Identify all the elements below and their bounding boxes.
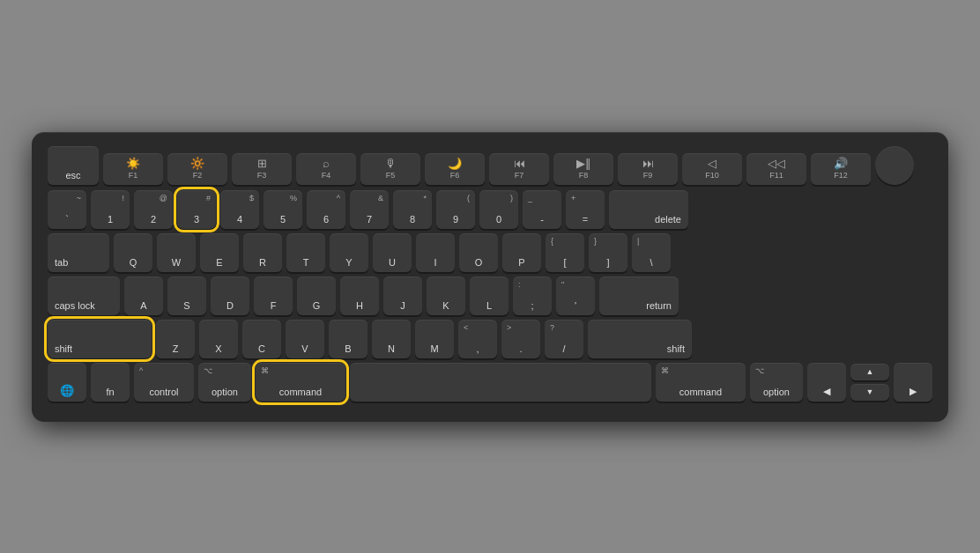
key-f11[interactable]: ◁◁ F11 — [746, 153, 806, 185]
key-f7[interactable]: ⏮ F7 — [489, 153, 549, 185]
key-quote[interactable]: " ' — [556, 276, 595, 315]
key-f2-icon: 🔆 — [190, 157, 204, 170]
key-slash[interactable]: ? / — [545, 320, 583, 358]
key-arrow-left[interactable]: ◀ — [807, 363, 846, 402]
key-f11-label: F11 — [769, 171, 783, 180]
key-capslock[interactable]: caps lock — [48, 276, 120, 315]
key-equals[interactable]: + = — [566, 190, 605, 229]
key-f10-icon: ◁ — [708, 157, 716, 170]
key-b[interactable]: B — [329, 320, 368, 358]
key-e[interactable]: E — [200, 233, 239, 272]
key-shift-left[interactable]: shift — [48, 320, 152, 358]
key-x[interactable]: X — [199, 320, 238, 358]
qwerty-row: tab Q W E R T Y U I O P { [ } ] | \ — [48, 233, 932, 272]
key-f[interactable]: F — [254, 276, 293, 315]
key-m[interactable]: M — [415, 320, 454, 358]
key-f3[interactable]: ⊞ F3 — [232, 153, 292, 185]
key-arrow-up[interactable]: ▲ — [850, 364, 889, 380]
key-globe[interactable]: 🌐 — [48, 363, 86, 402]
key-l[interactable]: L — [470, 276, 509, 315]
key-close-bracket[interactable]: } ] — [589, 233, 627, 272]
key-f10-label: F10 — [705, 171, 719, 180]
key-8[interactable]: * 8 — [393, 190, 432, 229]
key-delete-label: delete — [655, 214, 681, 225]
key-5[interactable]: % 5 — [264, 190, 302, 229]
key-8-top: * — [423, 195, 427, 203]
key-control[interactable]: ^ control — [134, 363, 194, 402]
key-arrow-down[interactable]: ▼ — [850, 384, 889, 401]
key-arrow-right[interactable]: ▶ — [894, 363, 932, 402]
key-tab[interactable]: tab — [48, 233, 109, 272]
key-3-main: 3 — [194, 214, 199, 225]
key-r[interactable]: R — [243, 233, 282, 272]
key-backtick[interactable]: ~ ` — [48, 190, 86, 229]
key-s[interactable]: S — [167, 276, 206, 315]
bottom-row: 🌐 fn ^ control ⌥ option ⌘ command ⌘ comm… — [48, 363, 932, 402]
key-f9-label: F9 — [643, 171, 653, 180]
key-w[interactable]: W — [157, 233, 196, 272]
key-f5-label: F5 — [386, 171, 396, 180]
key-9[interactable]: ( 9 — [436, 190, 475, 229]
key-4[interactable]: $ 4 — [220, 190, 259, 229]
key-return[interactable]: return — [599, 276, 679, 315]
key-n[interactable]: N — [372, 320, 411, 358]
key-j[interactable]: J — [383, 276, 422, 315]
key-q[interactable]: Q — [114, 233, 152, 272]
key-2[interactable]: @ 2 — [134, 190, 173, 229]
key-f12-label: F12 — [834, 171, 848, 180]
key-shift-right[interactable]: shift — [588, 320, 692, 358]
key-6-main: 6 — [323, 214, 329, 225]
key-option-right[interactable]: ⌥ option — [750, 363, 803, 402]
key-6[interactable]: ^ 6 — [307, 190, 345, 229]
key-f12[interactable]: 🔊 F12 — [811, 153, 871, 185]
key-command-right[interactable]: ⌘ command — [656, 363, 746, 402]
function-row: esc ☀️ F1 🔆 F2 ⊞ F3 ⌕ F4 🎙 F5 🌙 F6 ⏮ F7 — [48, 146, 932, 185]
key-fn[interactable]: fn — [91, 363, 130, 402]
key-8-main: 8 — [410, 214, 415, 225]
key-f9[interactable]: ⏭ F9 — [618, 153, 678, 185]
key-f6[interactable]: 🌙 F6 — [425, 153, 485, 185]
key-tab-label: tab — [55, 257, 68, 268]
key-backslash[interactable]: | \ — [632, 233, 671, 272]
key-a[interactable]: A — [124, 276, 163, 315]
key-power[interactable] — [875, 146, 914, 185]
key-semicolon[interactable]: : ; — [513, 276, 552, 315]
key-f10[interactable]: ◁ F10 — [682, 153, 742, 185]
key-shift-left-label: shift — [55, 343, 72, 354]
key-i[interactable]: I — [416, 233, 455, 272]
key-z[interactable]: Z — [156, 320, 195, 358]
key-option-left-label: option — [212, 387, 238, 397]
key-f1[interactable]: ☀️ F1 — [103, 153, 163, 185]
key-open-bracket[interactable]: { [ — [546, 233, 584, 272]
key-f5[interactable]: 🎙 F5 — [360, 153, 420, 185]
key-f8[interactable]: ▶‖ F8 — [553, 153, 613, 185]
key-esc[interactable]: esc — [48, 146, 99, 185]
key-k[interactable]: K — [427, 276, 465, 315]
key-comma[interactable]: < , — [458, 320, 497, 358]
key-p[interactable]: P — [502, 233, 541, 272]
key-f2[interactable]: 🔆 F2 — [167, 153, 227, 185]
key-period[interactable]: > . — [501, 320, 540, 358]
key-g[interactable]: G — [297, 276, 336, 315]
key-o[interactable]: O — [459, 233, 498, 272]
key-globe-icon: 🌐 — [60, 384, 74, 397]
key-u[interactable]: U — [373, 233, 412, 272]
key-option-left[interactable]: ⌥ option — [198, 363, 251, 402]
key-c[interactable]: C — [242, 320, 281, 358]
key-v[interactable]: V — [286, 320, 324, 358]
key-t[interactable]: T — [286, 233, 325, 272]
key-y[interactable]: Y — [330, 233, 368, 272]
key-esc-label: esc — [65, 170, 80, 181]
key-7[interactable]: & 7 — [350, 190, 389, 229]
key-3[interactable]: # 3 — [177, 190, 216, 229]
key-h[interactable]: H — [340, 276, 379, 315]
key-0[interactable]: ) 0 — [479, 190, 518, 229]
key-f4-icon: ⌕ — [323, 157, 330, 170]
key-command-left[interactable]: ⌘ command — [256, 363, 345, 402]
key-d[interactable]: D — [211, 276, 249, 315]
key-f4[interactable]: ⌕ F4 — [296, 153, 356, 185]
key-1[interactable]: ! 1 — [91, 190, 130, 229]
key-space[interactable] — [350, 363, 651, 402]
key-delete[interactable]: delete — [609, 190, 688, 229]
key-minus[interactable]: _ - — [523, 190, 561, 229]
